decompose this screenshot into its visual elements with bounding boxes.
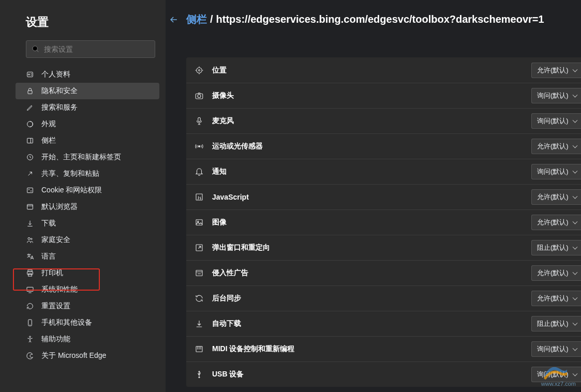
permission-label: 位置 [212, 66, 227, 75]
usb-icon [195, 370, 204, 379]
permission-select[interactable]: 允许(默认) [531, 265, 581, 281]
permission-select[interactable]: 询问(默认) [531, 341, 581, 357]
permission-label: 运动或光传感器 [212, 142, 263, 151]
permission-label: USB 设备 [212, 370, 244, 379]
permission-row-sensors[interactable]: 运动或光传感器 允许(默认) [186, 133, 581, 159]
search-input[interactable] [44, 45, 150, 53]
svg-rect-18 [28, 274, 32, 276]
sidebar-icon [26, 137, 34, 145]
sync-icon [195, 294, 204, 303]
permission-select[interactable]: 询问(默认) [531, 367, 581, 382]
family-icon [26, 236, 34, 244]
permission-row-sync[interactable]: 后台同步 允许(默认) [186, 285, 581, 311]
permission-select[interactable]: 阻止(默认) [531, 316, 581, 331]
sidebar-item-label: 重置设置 [41, 301, 70, 311]
sidebar-item-phone[interactable]: 手机和其他设备 [16, 314, 159, 331]
search-wrap [0, 40, 166, 58]
sidebar-item-downloads[interactable]: 下载 [16, 215, 159, 232]
sidebar-item-sidebar[interactable]: 侧栏 [16, 132, 159, 149]
pencil-icon [26, 103, 34, 112]
back-arrow-icon[interactable] [169, 14, 179, 25]
sidebar-title: 设置 [0, 10, 166, 40]
permission-select[interactable]: 允许(默认) [531, 189, 581, 205]
image-icon [195, 218, 204, 227]
sidebar-item-label: 系统和性能 [41, 285, 78, 294]
breadcrumb: 侧栏 / https://edgeservices.bing.com/edges… [166, 12, 581, 39]
svg-line-1 [37, 50, 38, 52]
permission-select[interactable]: 允许(默认) [531, 291, 581, 306]
svg-point-0 [33, 46, 37, 51]
permission-row-mic[interactable]: 麦克风 询问(默认) [186, 108, 581, 133]
permission-select[interactable]: 允许(默认) [531, 139, 581, 154]
permission-label: 图像 [212, 218, 227, 227]
sidebar-item-accessibility[interactable]: 辅助功能 [16, 331, 159, 348]
sidebar-item-share[interactable]: 共享、复制和粘贴 [16, 165, 159, 182]
permission-select[interactable]: 询问(默认) [531, 164, 581, 179]
sidebar-item-languages[interactable]: 语言 [16, 248, 159, 265]
permission-select[interactable]: 询问(默认) [531, 88, 581, 103]
permission-label: 后台同步 [212, 294, 241, 303]
permission-row-javascript[interactable]: JavaScript 允许(默认) [186, 184, 581, 209]
sidebar-item-reset[interactable]: 重置设置 [16, 298, 159, 314]
sidebar-item-label: 共享、复制和粘贴 [41, 169, 99, 178]
permission-select[interactable]: 阻止(默认) [531, 240, 581, 255]
permission-row-popups[interactable]: 弹出窗口和重定向 阻止(默认) [186, 235, 581, 260]
popup-icon [195, 243, 204, 252]
sidebar-item-cookies[interactable]: Cookie 和网站权限 [16, 182, 159, 199]
svg-point-25 [199, 69, 200, 71]
appearance-icon [26, 120, 34, 128]
sidebar-item-default-browser[interactable]: 默认浏览器 [16, 199, 159, 215]
download-icon [195, 319, 204, 328]
permission-label: 自动下载 [212, 319, 241, 328]
permission-row-images[interactable]: 图像 允许(默认) [186, 209, 581, 235]
sidebar-item-label: 默认浏览器 [41, 202, 78, 212]
sidebar-item-family[interactable]: 家庭安全 [16, 232, 159, 248]
svg-point-23 [29, 336, 31, 338]
breadcrumb-link[interactable]: 侧栏 [186, 12, 207, 26]
permission-label: 弹出窗口和重定向 [212, 243, 270, 252]
share-icon [26, 170, 34, 178]
svg-rect-30 [196, 194, 202, 200]
permission-row-camera[interactable]: 摄像头 询问(默认) [186, 83, 581, 108]
sidebar-item-label: 打印机 [41, 268, 63, 278]
sidebar-item-profile[interactable]: 个人资料 [16, 66, 159, 83]
reset-icon [26, 302, 34, 310]
svg-rect-19 [27, 287, 33, 291]
sidebar-item-privacy[interactable]: 隐私和安全 [16, 83, 159, 99]
svg-rect-34 [196, 270, 202, 276]
home-icon [26, 153, 34, 161]
sidebar-item-label: 辅助功能 [41, 335, 70, 344]
permission-label: MIDI 设备控制和重新编程 [212, 344, 294, 354]
sidebar-item-label: 语言 [41, 252, 56, 261]
cookie-icon [26, 186, 34, 194]
permission-select[interactable]: 允许(默认) [531, 63, 581, 78]
permission-label: 摄像头 [212, 91, 234, 100]
printer-icon [26, 269, 34, 277]
permission-row-notifications[interactable]: 通知 询问(默认) [186, 159, 581, 184]
search-box[interactable] [26, 40, 155, 58]
sidebar-item-label: 个人资料 [41, 70, 70, 79]
permission-row-ads[interactable]: 侵入性广告 允许(默认) [186, 260, 581, 285]
permission-row-autodownload[interactable]: 自动下载 阻止(默认) [186, 311, 581, 336]
sidebar-item-system[interactable]: 系统和性能 [16, 281, 159, 298]
svg-rect-16 [28, 270, 32, 272]
permission-label: 麦克风 [212, 116, 234, 126]
sidebar-item-startup[interactable]: 开始、主页和新建标签页 [16, 149, 159, 165]
sidebar-item-about[interactable]: 关于 Microsoft Edge [16, 348, 159, 364]
svg-rect-9 [27, 188, 33, 192]
svg-rect-4 [28, 91, 32, 94]
sidebar-item-printers[interactable]: 打印机 [16, 265, 159, 281]
sidebar-item-appearance[interactable]: 外观 [16, 116, 159, 132]
js-icon [195, 192, 204, 202]
permission-row-midi[interactable]: MIDI 设备控制和重新编程 询问(默认) [186, 336, 581, 361]
nav-list: 个人资料 隐私和安全 搜索和服务 外观 侧栏 开始、主页和新建标签页 共享、复制… [0, 66, 166, 364]
svg-point-11 [31, 191, 31, 191]
permission-row-location[interactable]: 位置 允许(默认) [186, 57, 581, 83]
camera-icon [195, 91, 204, 100]
permission-row-usb[interactable]: USB 设备 询问(默认) [186, 361, 581, 387]
svg-point-3 [28, 74, 30, 76]
sidebar-item-search-services[interactable]: 搜索和服务 [16, 99, 159, 116]
browser-icon [26, 203, 34, 211]
permission-select[interactable]: 询问(默认) [531, 113, 581, 129]
permission-select[interactable]: 允许(默认) [531, 215, 581, 230]
